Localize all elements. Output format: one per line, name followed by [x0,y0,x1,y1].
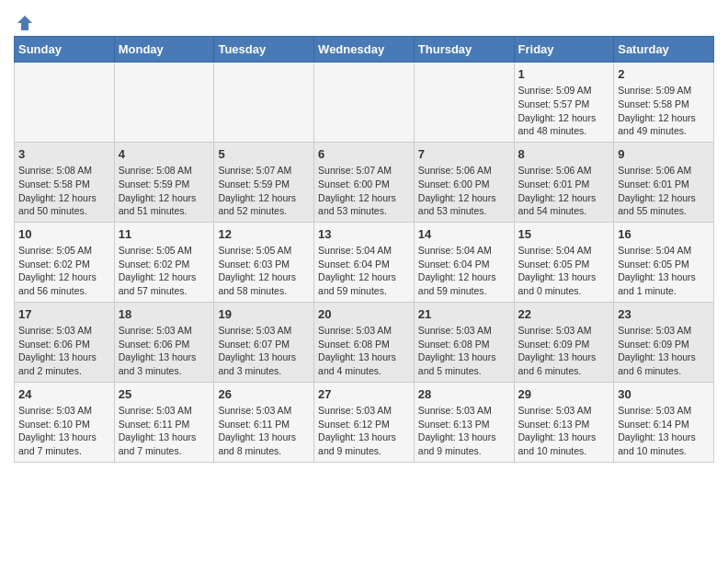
day-header-wednesday: Wednesday [314,37,415,63]
calendar-cell: 10Sunrise: 5:05 AMSunset: 6:02 PMDayligh… [15,222,115,302]
day-info: Sunset: 6:02 PM [18,258,110,271]
calendar-cell: 16Sunrise: 5:04 AMSunset: 6:05 PMDayligh… [614,222,714,302]
day-info: Sunrise: 5:03 AM [119,324,210,338]
day-info: Sunrise: 5:06 AM [518,164,610,178]
day-info: Daylight: 13 hours and 10 minutes. [618,431,710,457]
day-info: Sunrise: 5:03 AM [518,324,610,338]
day-info: Daylight: 12 hours and 56 minutes. [18,270,110,297]
calendar-cell: 26Sunrise: 5:03 AMSunset: 6:11 PMDayligh… [214,382,314,462]
calendar-cell: 28Sunrise: 5:03 AMSunset: 6:13 PMDayligh… [414,382,514,462]
calendar-cell: 23Sunrise: 5:03 AMSunset: 6:09 PMDayligh… [614,302,714,382]
calendar-cell: 25Sunrise: 5:03 AMSunset: 6:11 PMDayligh… [114,382,214,462]
day-info: Daylight: 13 hours and 9 minutes. [418,431,510,457]
calendar-cell: 30Sunrise: 5:03 AMSunset: 6:14 PMDayligh… [614,382,714,462]
calendar-cell: 21Sunrise: 5:03 AMSunset: 6:08 PMDayligh… [414,302,514,382]
day-info: Sunrise: 5:03 AM [218,404,310,418]
calendar-cell: 11Sunrise: 5:05 AMSunset: 6:02 PMDayligh… [114,222,214,302]
day-number: 3 [18,146,110,163]
day-number: 9 [618,146,710,163]
calendar-cell: 15Sunrise: 5:04 AMSunset: 6:05 PMDayligh… [514,222,614,302]
logo [14,14,34,29]
calendar-cell [114,63,214,143]
calendar-cell [314,63,415,143]
day-info: Sunrise: 5:03 AM [618,324,710,338]
calendar-cell: 24Sunrise: 5:03 AMSunset: 6:10 PMDayligh… [15,382,115,462]
calendar-week-row: 1Sunrise: 5:09 AMSunset: 5:57 PMDaylight… [15,63,714,143]
svg-marker-0 [17,16,32,30]
day-info: Sunset: 6:06 PM [18,338,110,351]
day-info: Sunrise: 5:06 AM [618,164,710,178]
day-info: Daylight: 13 hours and 0 minutes. [518,270,610,297]
day-number: 28 [418,386,510,403]
logo-icon [16,14,34,32]
calendar-cell: 20Sunrise: 5:03 AMSunset: 6:08 PMDayligh… [314,302,415,382]
day-info: Sunset: 6:04 PM [318,258,410,271]
day-number: 30 [618,386,710,403]
calendar-cell: 7Sunrise: 5:06 AMSunset: 6:00 PMDaylight… [414,142,514,222]
calendar-cell [15,63,115,143]
day-info: Sunrise: 5:03 AM [418,404,510,418]
day-number: 4 [119,146,210,163]
day-number: 27 [318,386,410,403]
day-number: 19 [218,306,310,323]
day-number: 1 [518,66,610,83]
day-number: 15 [518,226,610,243]
day-info: Sunrise: 5:05 AM [119,244,210,258]
day-number: 13 [318,226,410,243]
calendar-cell: 8Sunrise: 5:06 AMSunset: 6:01 PMDaylight… [514,142,614,222]
day-number: 25 [119,386,210,403]
day-info: Daylight: 13 hours and 1 minute. [618,270,710,297]
calendar-cell: 18Sunrise: 5:03 AMSunset: 6:06 PMDayligh… [114,302,214,382]
header [14,9,714,29]
calendar-cell: 19Sunrise: 5:03 AMSunset: 6:07 PMDayligh… [214,302,314,382]
day-info: Sunset: 6:05 PM [518,258,610,271]
day-header-saturday: Saturday [614,37,714,63]
day-info: Sunrise: 5:04 AM [318,244,410,258]
day-info: Sunrise: 5:03 AM [18,404,110,418]
day-info: Sunset: 5:59 PM [119,178,210,191]
day-info: Sunset: 6:11 PM [119,418,210,431]
day-info: Daylight: 13 hours and 6 minutes. [518,350,610,377]
day-number: 14 [418,226,510,243]
day-info: Sunrise: 5:06 AM [418,164,510,178]
day-info: Sunset: 6:06 PM [119,338,210,351]
day-info: Daylight: 12 hours and 54 minutes. [518,191,610,218]
day-info: Daylight: 12 hours and 59 minutes. [418,270,510,297]
day-number: 7 [418,146,510,163]
day-info: Sunset: 6:09 PM [518,338,610,351]
day-info: Sunset: 6:14 PM [618,418,710,431]
day-number: 21 [418,306,510,323]
day-info: Sunset: 6:00 PM [418,178,510,191]
calendar-cell: 1Sunrise: 5:09 AMSunset: 5:57 PMDaylight… [514,63,614,143]
calendar-week-row: 24Sunrise: 5:03 AMSunset: 6:10 PMDayligh… [15,382,714,462]
day-info: Sunset: 6:08 PM [418,338,510,351]
day-info: Daylight: 12 hours and 55 minutes. [618,191,710,218]
day-info: Sunset: 6:01 PM [518,178,610,191]
day-info: Sunrise: 5:04 AM [418,244,510,258]
day-info: Sunset: 6:01 PM [618,178,710,191]
day-info: Daylight: 12 hours and 58 minutes. [218,270,310,297]
day-info: Daylight: 12 hours and 53 minutes. [418,191,510,218]
calendar-cell: 27Sunrise: 5:03 AMSunset: 6:12 PMDayligh… [314,382,415,462]
day-info: Sunset: 6:09 PM [618,338,710,351]
day-info: Daylight: 12 hours and 53 minutes. [318,191,410,218]
day-number: 6 [318,146,410,163]
day-number: 29 [518,386,610,403]
day-info: Daylight: 13 hours and 7 minutes. [119,431,210,457]
calendar-cell: 9Sunrise: 5:06 AMSunset: 6:01 PMDaylight… [614,142,714,222]
calendar-cell: 17Sunrise: 5:03 AMSunset: 6:06 PMDayligh… [15,302,115,382]
day-number: 23 [618,306,710,323]
day-number: 11 [119,226,210,243]
calendar-cell: 6Sunrise: 5:07 AMSunset: 6:00 PMDaylight… [314,142,415,222]
day-info: Sunrise: 5:03 AM [218,324,310,338]
day-info: Sunrise: 5:05 AM [218,244,310,258]
calendar-cell: 22Sunrise: 5:03 AMSunset: 6:09 PMDayligh… [514,302,614,382]
day-info: Sunset: 6:04 PM [418,258,510,271]
day-info: Sunset: 6:13 PM [418,418,510,431]
calendar-cell: 2Sunrise: 5:09 AMSunset: 5:58 PMDaylight… [614,63,714,143]
day-number: 22 [518,306,610,323]
calendar-table: SundayMondayTuesdayWednesdayThursdayFrid… [14,36,714,463]
day-number: 12 [218,226,310,243]
day-info: Daylight: 13 hours and 7 minutes. [18,431,110,457]
day-info: Sunset: 6:12 PM [318,418,410,431]
